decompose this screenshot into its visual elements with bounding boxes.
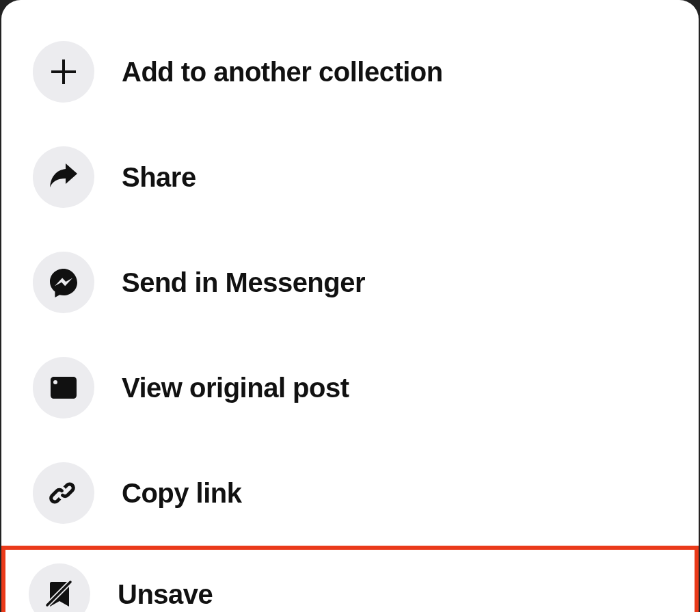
menu-item-label: View original post: [122, 373, 349, 403]
menu-item-label: Send in Messenger: [122, 267, 365, 298]
menu-item-label: Share: [122, 162, 196, 193]
menu-item-label: Unsave: [118, 579, 213, 610]
menu-item-unsave[interactable]: Unsave: [1, 546, 699, 612]
plus-icon: [33, 41, 94, 103]
messenger-icon: [33, 252, 94, 313]
menu-item-send-messenger[interactable]: Send in Messenger: [1, 230, 699, 335]
menu-item-label: Copy link: [122, 478, 242, 509]
menu-item-copy-link[interactable]: Copy link: [1, 440, 699, 546]
post-icon: [33, 357, 94, 418]
share-icon: [33, 146, 94, 208]
menu-item-view-original-post[interactable]: View original post: [1, 335, 699, 440]
menu-item-share[interactable]: Share: [1, 124, 699, 230]
unsave-icon: [29, 563, 90, 612]
action-sheet: Add to another collection Share Send in …: [1, 0, 699, 612]
menu: Add to another collection Share Send in …: [1, 19, 699, 612]
link-icon: [33, 462, 94, 524]
menu-item-label: Add to another collection: [122, 57, 443, 88]
menu-item-add-to-collection[interactable]: Add to another collection: [1, 19, 699, 124]
